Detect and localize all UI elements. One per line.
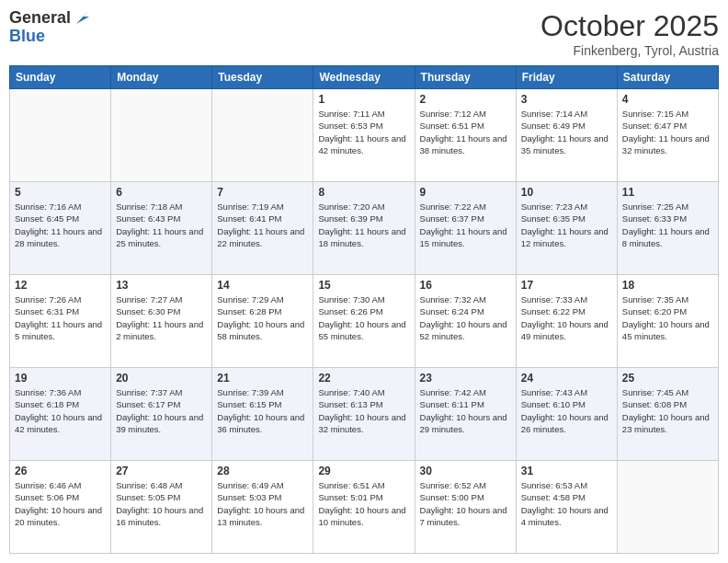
- day-info: Sunrise: 7:14 AMSunset: 6:49 PMDaylight:…: [521, 108, 612, 156]
- calendar-table: Sunday Monday Tuesday Wednesday Thursday…: [9, 65, 719, 554]
- day-number: 27: [116, 465, 207, 477]
- day-info: Sunrise: 7:27 AMSunset: 6:30 PMDaylight:…: [116, 293, 207, 342]
- day-number: 25: [622, 372, 713, 385]
- table-row: 4Sunrise: 7:15 AMSunset: 6:47 PMDaylight…: [617, 89, 718, 182]
- table-row: 28Sunrise: 6:49 AMSunset: 5:03 PMDayligh…: [212, 461, 313, 554]
- day-number: 26: [15, 465, 106, 477]
- day-number: 6: [116, 186, 207, 199]
- header: General Blue October 2025 Finkenberg, Ty…: [9, 9, 719, 58]
- month-title: October 2025: [540, 9, 719, 43]
- day-number: 29: [318, 465, 409, 477]
- day-info: Sunrise: 7:16 AMSunset: 6:45 PMDaylight:…: [15, 201, 106, 249]
- day-info: Sunrise: 7:23 AMSunset: 6:35 PMDaylight:…: [521, 201, 612, 249]
- day-number: 19: [15, 372, 106, 385]
- table-row: [617, 461, 718, 554]
- col-monday: Monday: [111, 66, 212, 89]
- day-number: 5: [15, 186, 106, 199]
- calendar-week-row: 5Sunrise: 7:16 AMSunset: 6:45 PMDaylight…: [10, 182, 719, 275]
- day-number: 2: [420, 93, 511, 106]
- table-row: 17Sunrise: 7:33 AMSunset: 6:22 PMDayligh…: [516, 275, 617, 368]
- calendar-week-row: 26Sunrise: 6:46 AMSunset: 5:06 PMDayligh…: [10, 461, 719, 554]
- day-info: Sunrise: 7:15 AMSunset: 6:47 PMDaylight:…: [622, 108, 713, 156]
- day-info: Sunrise: 7:37 AMSunset: 6:17 PMDaylight:…: [116, 386, 207, 435]
- day-number: 10: [521, 186, 612, 199]
- day-info: Sunrise: 6:48 AMSunset: 5:05 PMDaylight:…: [116, 479, 207, 528]
- table-row: 12Sunrise: 7:26 AMSunset: 6:31 PMDayligh…: [10, 275, 111, 368]
- day-info: Sunrise: 7:30 AMSunset: 6:26 PMDaylight:…: [318, 293, 409, 342]
- day-info: Sunrise: 6:53 AMSunset: 4:58 PMDaylight:…: [521, 479, 612, 528]
- table-row: 26Sunrise: 6:46 AMSunset: 5:06 PMDayligh…: [10, 461, 111, 554]
- table-row: 22Sunrise: 7:40 AMSunset: 6:13 PMDayligh…: [313, 368, 415, 461]
- day-info: Sunrise: 7:26 AMSunset: 6:31 PMDaylight:…: [15, 293, 106, 342]
- table-row: 5Sunrise: 7:16 AMSunset: 6:45 PMDaylight…: [10, 182, 111, 275]
- col-tuesday: Tuesday: [212, 66, 313, 89]
- table-row: 9Sunrise: 7:22 AMSunset: 6:37 PMDaylight…: [415, 182, 516, 275]
- day-number: 4: [622, 93, 713, 106]
- day-info: Sunrise: 7:22 AMSunset: 6:37 PMDaylight:…: [420, 201, 511, 249]
- day-info: Sunrise: 7:43 AMSunset: 6:10 PMDaylight:…: [521, 386, 612, 435]
- table-row: 30Sunrise: 6:52 AMSunset: 5:00 PMDayligh…: [415, 461, 516, 554]
- day-info: Sunrise: 7:40 AMSunset: 6:13 PMDaylight:…: [318, 386, 409, 435]
- page: General Blue October 2025 Finkenberg, Ty…: [0, 0, 728, 563]
- logo-blue: Blue: [9, 28, 93, 46]
- calendar-header-row: Sunday Monday Tuesday Wednesday Thursday…: [10, 66, 719, 89]
- table-row: 24Sunrise: 7:43 AMSunset: 6:10 PMDayligh…: [516, 368, 617, 461]
- day-number: 3: [521, 93, 612, 106]
- col-friday: Friday: [516, 66, 617, 89]
- day-info: Sunrise: 6:49 AMSunset: 5:03 PMDaylight:…: [217, 479, 308, 528]
- calendar-week-row: 1Sunrise: 7:11 AMSunset: 6:53 PMDaylight…: [10, 89, 719, 182]
- table-row: 10Sunrise: 7:23 AMSunset: 6:35 PMDayligh…: [516, 182, 617, 275]
- day-info: Sunrise: 7:33 AMSunset: 6:22 PMDaylight:…: [521, 293, 612, 342]
- calendar-week-row: 12Sunrise: 7:26 AMSunset: 6:31 PMDayligh…: [10, 275, 719, 368]
- location: Finkenberg, Tyrol, Austria: [540, 43, 719, 58]
- day-info: Sunrise: 7:39 AMSunset: 6:15 PMDaylight:…: [217, 386, 308, 435]
- table-row: 3Sunrise: 7:14 AMSunset: 6:49 PMDaylight…: [516, 89, 617, 182]
- day-info: Sunrise: 6:52 AMSunset: 5:00 PMDaylight:…: [420, 479, 511, 528]
- day-number: 24: [521, 372, 612, 385]
- table-row: 2Sunrise: 7:12 AMSunset: 6:51 PMDaylight…: [415, 89, 516, 182]
- day-number: 31: [521, 465, 612, 477]
- col-thursday: Thursday: [415, 66, 516, 89]
- day-info: Sunrise: 7:36 AMSunset: 6:18 PMDaylight:…: [15, 386, 106, 435]
- table-row: 31Sunrise: 6:53 AMSunset: 4:58 PMDayligh…: [516, 461, 617, 554]
- calendar-week-row: 19Sunrise: 7:36 AMSunset: 6:18 PMDayligh…: [10, 368, 719, 461]
- table-row: [10, 89, 111, 182]
- day-info: Sunrise: 7:29 AMSunset: 6:28 PMDaylight:…: [217, 293, 308, 342]
- day-info: Sunrise: 7:19 AMSunset: 6:41 PMDaylight:…: [217, 201, 308, 249]
- table-row: 16Sunrise: 7:32 AMSunset: 6:24 PMDayligh…: [415, 275, 516, 368]
- col-wednesday: Wednesday: [313, 66, 415, 89]
- day-number: 14: [217, 279, 308, 292]
- day-info: Sunrise: 7:20 AMSunset: 6:39 PMDaylight:…: [318, 201, 409, 249]
- table-row: 14Sunrise: 7:29 AMSunset: 6:28 PMDayligh…: [212, 275, 313, 368]
- logo-icon: [73, 7, 93, 28]
- day-info: Sunrise: 6:46 AMSunset: 5:06 PMDaylight:…: [15, 479, 106, 528]
- day-number: 22: [318, 372, 409, 385]
- day-number: 15: [318, 279, 409, 292]
- table-row: 13Sunrise: 7:27 AMSunset: 6:30 PMDayligh…: [111, 275, 212, 368]
- logo-general: General: [9, 9, 71, 28]
- title-section: October 2025 Finkenberg, Tyrol, Austria: [540, 9, 719, 58]
- col-sunday: Sunday: [10, 66, 111, 89]
- logo-text: General Blue: [9, 9, 93, 46]
- day-number: 11: [622, 186, 713, 199]
- day-number: 18: [622, 279, 713, 292]
- table-row: 25Sunrise: 7:45 AMSunset: 6:08 PMDayligh…: [617, 368, 718, 461]
- table-row: 29Sunrise: 6:51 AMSunset: 5:01 PMDayligh…: [313, 461, 415, 554]
- day-info: Sunrise: 6:51 AMSunset: 5:01 PMDaylight:…: [318, 479, 409, 528]
- day-info: Sunrise: 7:25 AMSunset: 6:33 PMDaylight:…: [622, 201, 713, 249]
- day-info: Sunrise: 7:12 AMSunset: 6:51 PMDaylight:…: [420, 108, 511, 156]
- day-info: Sunrise: 7:18 AMSunset: 6:43 PMDaylight:…: [116, 201, 207, 249]
- table-row: 23Sunrise: 7:42 AMSunset: 6:11 PMDayligh…: [415, 368, 516, 461]
- day-number: 13: [116, 279, 207, 292]
- day-number: 21: [217, 372, 308, 385]
- table-row: 27Sunrise: 6:48 AMSunset: 5:05 PMDayligh…: [111, 461, 212, 554]
- day-number: 30: [420, 465, 511, 477]
- day-number: 12: [15, 279, 106, 292]
- table-row: 7Sunrise: 7:19 AMSunset: 6:41 PMDaylight…: [212, 182, 313, 275]
- day-number: 20: [116, 372, 207, 385]
- table-row: 21Sunrise: 7:39 AMSunset: 6:15 PMDayligh…: [212, 368, 313, 461]
- table-row: 1Sunrise: 7:11 AMSunset: 6:53 PMDaylight…: [313, 89, 415, 182]
- day-number: 1: [318, 93, 409, 106]
- day-info: Sunrise: 7:35 AMSunset: 6:20 PMDaylight:…: [622, 293, 713, 342]
- logo: General Blue: [9, 9, 93, 46]
